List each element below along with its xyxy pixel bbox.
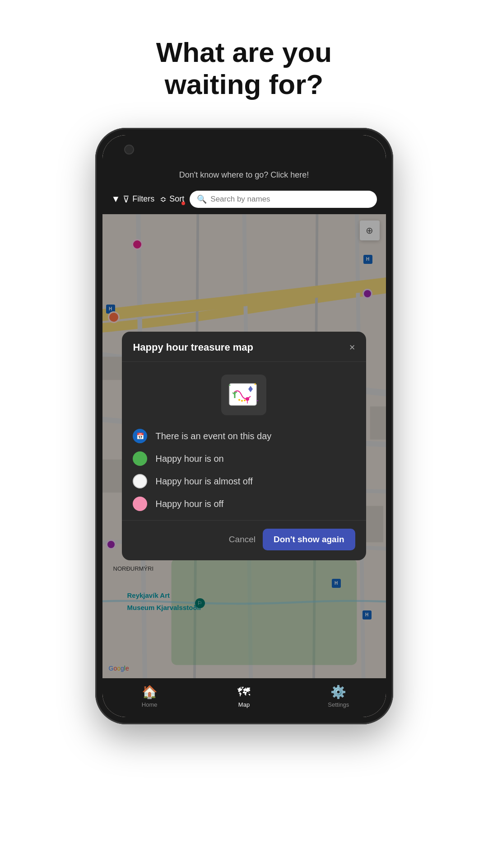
- svg-text:✦: ✦: [256, 399, 259, 402]
- phone-shell: Don't know where to go? Click here! ▼ ⊽ …: [95, 128, 393, 724]
- sort-active-dot: [181, 202, 185, 205]
- dialog-legend: 📅 There is an event on this day Happy ho…: [122, 424, 366, 520]
- dont-show-again-button[interactable]: Don't show again: [263, 529, 355, 550]
- legend-label-off: Happy hour is off: [155, 499, 223, 509]
- settings-icon: ⚙️: [330, 685, 346, 699]
- filter-icon: ▼: [112, 194, 121, 204]
- dialog-icon-area: ✦ ✦ ✦: [122, 362, 366, 424]
- svg-point-19: [241, 400, 243, 402]
- svg-point-18: [238, 399, 240, 401]
- legend-dot-calendar: 📅: [133, 429, 147, 443]
- legend-label-event: There is an event on this day: [155, 431, 271, 441]
- nav-label-home: Home: [142, 701, 158, 708]
- svg-point-16: [246, 397, 249, 401]
- top-banner[interactable]: Don't know where to go? Click here!: [102, 164, 386, 186]
- svg-point-20: [244, 399, 246, 401]
- page-heading: What are you waiting for?: [156, 36, 332, 101]
- search-icon: 🔍: [197, 194, 207, 204]
- svg-rect-11: [229, 384, 256, 405]
- dialog: Happy hour treasure map ×: [122, 332, 366, 560]
- dialog-icon-background: ✦ ✦ ✦: [221, 375, 266, 415]
- nav-label-map: Map: [238, 701, 250, 708]
- legend-dot-white: [133, 474, 147, 488]
- search-input[interactable]: [210, 195, 369, 204]
- legend-item-off: Happy hour is off: [133, 497, 355, 511]
- map-area: H H H H ⊕ NORÐURMÝRI Reykjavík Art Museu…: [102, 214, 386, 678]
- dialog-actions: Cancel Don't show again: [122, 520, 366, 560]
- legend-dot-green: [133, 451, 147, 466]
- bottom-nav: 🏠 Home 🗺 Map ⚙️ Settings: [102, 678, 386, 717]
- nav-item-settings[interactable]: ⚙️ Settings: [321, 685, 357, 708]
- legend-item-event: 📅 There is an event on this day: [133, 429, 355, 443]
- dialog-title: Happy hour treasure map: [133, 342, 253, 353]
- search-bar[interactable]: 🔍: [190, 191, 376, 208]
- legend-label-almost-off: Happy hour is almost off: [155, 476, 252, 487]
- sort-button[interactable]: ≎ Sort: [160, 194, 184, 204]
- status-bar: [102, 135, 386, 164]
- legend-item-almost-off: Happy hour is almost off: [133, 474, 355, 488]
- svg-text:✦: ✦: [228, 384, 231, 387]
- nav-item-home[interactable]: 🏠 Home: [131, 685, 167, 708]
- top-banner-text: Don't know where to go? Click here!: [179, 170, 309, 179]
- nav-label-settings: Settings: [328, 701, 349, 708]
- dialog-close-button[interactable]: ×: [349, 342, 355, 353]
- filters-label: Filters: [132, 194, 154, 204]
- cancel-button[interactable]: Cancel: [229, 535, 256, 544]
- legend-dot-pink: [133, 497, 147, 511]
- camera-dot: [124, 145, 134, 155]
- phone-screen: Don't know where to go? Click here! ▼ ⊽ …: [102, 135, 386, 717]
- map-icon: 🗺: [237, 685, 250, 699]
- legend-label-on: Happy hour is on: [155, 454, 223, 464]
- nav-item-map[interactable]: 🗺 Map: [226, 685, 262, 708]
- dialog-overlay: Happy hour treasure map ×: [102, 214, 386, 678]
- legend-item-on: Happy hour is on: [133, 451, 355, 466]
- toolbar: ▼ ⊽ Filters ≎ Sort 🔍: [102, 186, 386, 214]
- filters-button[interactable]: ▼ ⊽ Filters: [112, 194, 155, 205]
- dialog-header: Happy hour treasure map ×: [122, 332, 366, 362]
- treasure-map-icon: ✦ ✦ ✦: [226, 379, 262, 411]
- home-icon: 🏠: [142, 685, 158, 699]
- funnel-icon: ⊽: [123, 194, 130, 205]
- sort-icon: ≎: [160, 194, 167, 204]
- svg-text:✦: ✦: [254, 382, 257, 386]
